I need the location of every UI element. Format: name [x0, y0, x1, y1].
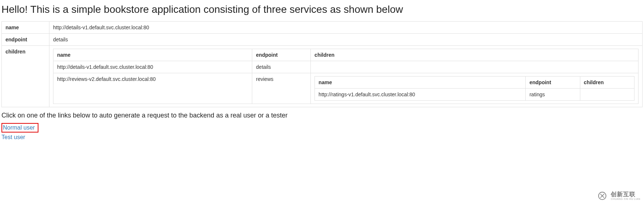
value-children: name endpoint children http://details-v1…	[49, 46, 643, 107]
child-name: http://details-v1.default.svc.cluster.lo…	[53, 61, 252, 73]
label-name: name	[2, 22, 49, 34]
nested-children-table: name endpoint children http://ratings-v1	[314, 76, 634, 101]
nested-header-endpoint: endpoint	[526, 77, 580, 89]
test-user-link[interactable]: Test user	[1, 134, 25, 140]
nested-endpoint: ratings	[526, 89, 580, 101]
child-endpoint: details	[252, 61, 311, 73]
child-children-empty	[311, 61, 639, 73]
nested-children	[580, 89, 634, 101]
nested-name: http://ratings-v1.default.svc.cluster.lo…	[315, 89, 526, 101]
children-header-name: name	[53, 49, 252, 61]
child-endpoint: reviews	[252, 73, 311, 104]
value-endpoint: details	[49, 34, 643, 46]
child-children-nested: name endpoint children http://ratings-v1	[311, 73, 639, 104]
value-name: http://details-v1.default.svc.cluster.lo…	[49, 22, 643, 34]
normal-user-highlight: Normal user	[1, 123, 38, 133]
table-row: http://details-v1.default.svc.cluster.lo…	[53, 61, 639, 73]
label-children: children	[2, 46, 49, 107]
children-header-children: children	[311, 49, 639, 61]
nested-header-children: children	[580, 77, 634, 89]
child-name: http://reviews-v2.default.svc.cluster.lo…	[53, 73, 252, 104]
normal-user-link[interactable]: Normal user	[3, 124, 35, 131]
table-row: http://reviews-v2.default.svc.cluster.lo…	[53, 73, 639, 104]
services-table: name http://details-v1.default.svc.clust…	[1, 21, 643, 107]
table-row: http://ratings-v1.default.svc.cluster.lo…	[315, 89, 634, 101]
children-table: name endpoint children http://details-v1…	[53, 49, 639, 104]
page-title: Hello! This is a simple bookstore applic…	[1, 4, 643, 15]
nested-header-name: name	[315, 77, 526, 89]
instructions-text: Click on one of the links below to auto …	[1, 112, 643, 119]
label-endpoint: endpoint	[2, 34, 49, 46]
children-header-endpoint: endpoint	[252, 49, 311, 61]
